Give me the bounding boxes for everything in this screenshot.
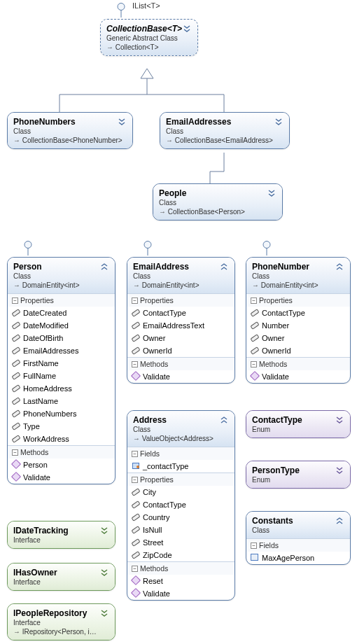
member-label: EmailAddresses xyxy=(23,346,78,355)
property-member[interactable]: City xyxy=(127,486,234,498)
ipeoplerepo-inherit: IRepository<Person, i… xyxy=(13,627,109,636)
section-header[interactable]: −Methods xyxy=(127,562,234,575)
collapse-icon: − xyxy=(251,542,257,549)
member-label: Country xyxy=(143,513,170,522)
collapse-icon: − xyxy=(132,477,138,483)
wrench-icon xyxy=(12,358,20,367)
property-member[interactable]: Owner xyxy=(127,332,234,344)
section-header[interactable]: −Methods xyxy=(127,358,234,370)
wrench-icon xyxy=(12,421,20,430)
chevron-up-icon[interactable] xyxy=(219,262,229,272)
method-member[interactable]: Validate xyxy=(127,370,234,383)
property-member[interactable]: ContactType xyxy=(246,307,350,319)
property-member[interactable]: PhoneNumbers xyxy=(8,407,115,420)
emailaddress-class[interactable]: EmailAddress Class DomainEntity<int> −Pr… xyxy=(127,257,235,384)
member-label: MaxAgePerson xyxy=(262,554,314,562)
property-member[interactable]: LastName xyxy=(8,395,115,407)
field-member[interactable]: MaxAgePerson xyxy=(246,552,350,564)
method-member[interactable]: Reset xyxy=(127,575,234,587)
chevron-down-icon[interactable] xyxy=(335,415,344,425)
chevron-down-icon[interactable] xyxy=(99,526,109,536)
idatetracking-interface[interactable]: IDateTracking Interface xyxy=(7,521,115,549)
member-label: LastName xyxy=(23,397,58,405)
chevron-up-icon[interactable] xyxy=(219,415,229,425)
phonenumber-inherit: DomainEntity<int> xyxy=(252,281,344,290)
section-header[interactable]: −Fields xyxy=(246,539,350,552)
svg-marker-0 xyxy=(141,69,153,78)
wrench-icon xyxy=(132,538,140,546)
property-member[interactable]: OwnerId xyxy=(246,344,350,357)
member-label: OwnerId xyxy=(262,346,291,355)
section-header[interactable]: −Properties xyxy=(246,294,350,307)
people-class[interactable]: People Class CollectionBase<Person> xyxy=(153,183,283,220)
method-member[interactable]: Person xyxy=(8,458,115,471)
emailaddress-kind: Class xyxy=(133,272,229,281)
chevron-up-icon[interactable] xyxy=(335,516,344,526)
method-member[interactable]: Validate xyxy=(8,471,115,484)
property-member[interactable]: HomeAddress xyxy=(8,382,115,395)
section-header[interactable]: −Properties xyxy=(127,473,234,486)
person-kind: Class xyxy=(13,272,109,281)
method-icon xyxy=(12,472,20,481)
property-member[interactable]: ContactType xyxy=(127,498,234,511)
emailaddresses-kind: Class xyxy=(166,127,284,136)
phonenumbers-class[interactable]: PhoneNumbers Class CollectionBase<PhoneN… xyxy=(7,112,133,149)
member-label: DateCreated xyxy=(23,309,66,317)
section-header[interactable]: −Methods xyxy=(246,358,350,370)
property-member[interactable]: EmailAddressText xyxy=(127,319,234,332)
chevron-down-icon[interactable] xyxy=(99,568,109,578)
property-member[interactable]: ContactType xyxy=(127,307,234,319)
section-header[interactable]: −Methods xyxy=(8,446,115,458)
method-member[interactable]: Validate xyxy=(127,587,234,600)
property-member[interactable]: EmailAddresses xyxy=(8,344,115,357)
member-label: Validate xyxy=(23,473,50,482)
section-header[interactable]: −Fields xyxy=(127,447,234,460)
property-member[interactable]: DateModified xyxy=(8,319,115,332)
phonenumber-class[interactable]: PhoneNumber Class DomainEntity<int> −Pro… xyxy=(246,257,351,384)
wrench-icon xyxy=(251,321,259,329)
ihasowner-interface[interactable]: IHasOwner Interface xyxy=(7,563,115,591)
address-methods-section: −Methods ResetValidate xyxy=(127,561,234,600)
chevron-up-icon[interactable] xyxy=(99,262,109,272)
chevron-down-icon[interactable] xyxy=(117,117,127,127)
property-member[interactable]: Type xyxy=(8,420,115,433)
property-member[interactable]: DateCreated xyxy=(8,307,115,319)
chevron-down-icon[interactable] xyxy=(99,608,109,618)
field-member[interactable]: _contactType xyxy=(127,460,234,472)
section-header[interactable]: −Properties xyxy=(8,294,115,307)
property-member[interactable]: Street xyxy=(127,536,234,549)
property-member[interactable]: WorkAddress xyxy=(8,433,115,445)
property-member[interactable]: ZipCode xyxy=(127,549,234,561)
person-class[interactable]: Person Class DomainEntity<int> −Properti… xyxy=(7,257,115,484)
chevron-down-icon[interactable] xyxy=(267,188,276,198)
address-title: Address xyxy=(133,415,229,425)
member-label: Number xyxy=(262,321,289,330)
constants-class[interactable]: Constants Class −Fields MaxAgePerson xyxy=(246,511,351,565)
contacttype-enum[interactable]: ContactType Enum xyxy=(246,410,351,438)
chevron-down-icon[interactable] xyxy=(274,117,284,127)
chevron-down-icon[interactable] xyxy=(335,465,344,475)
chevron-down-icon[interactable] xyxy=(182,24,192,34)
member-label: DateModified xyxy=(23,321,69,330)
address-class[interactable]: Address Class ValueObject<Address> −Fiel… xyxy=(127,410,235,601)
section-header[interactable]: −Properties xyxy=(127,294,234,307)
property-member[interactable]: FirstName xyxy=(8,357,115,370)
method-icon xyxy=(132,576,140,584)
collapse-icon: − xyxy=(132,361,138,368)
chevron-up-icon[interactable] xyxy=(335,262,344,272)
persontype-enum[interactable]: PersonType Enum xyxy=(246,461,351,489)
emailaddresses-class[interactable]: EmailAddresses Class CollectionBase<Emai… xyxy=(160,112,290,149)
property-member[interactable]: Number xyxy=(246,319,350,332)
ipeoplerepository-interface[interactable]: IPeopleRepository Interface IRepository<… xyxy=(7,603,115,640)
method-member[interactable]: Validate xyxy=(246,370,350,383)
collectionbase-title: CollectionBase<T> xyxy=(106,24,192,34)
property-member[interactable]: OwnerId xyxy=(127,344,234,357)
collectionbase-class[interactable]: CollectionBase<T> Generic Abstract Class… xyxy=(100,19,198,56)
property-member[interactable]: FullName xyxy=(8,370,115,382)
property-member[interactable]: DateOfBirth xyxy=(8,332,115,344)
property-member[interactable]: Country xyxy=(127,511,234,524)
property-member[interactable]: IsNull xyxy=(127,524,234,536)
ilist-lollipop xyxy=(118,3,125,18)
property-member[interactable]: Owner xyxy=(246,332,350,344)
method-icon xyxy=(132,372,140,380)
